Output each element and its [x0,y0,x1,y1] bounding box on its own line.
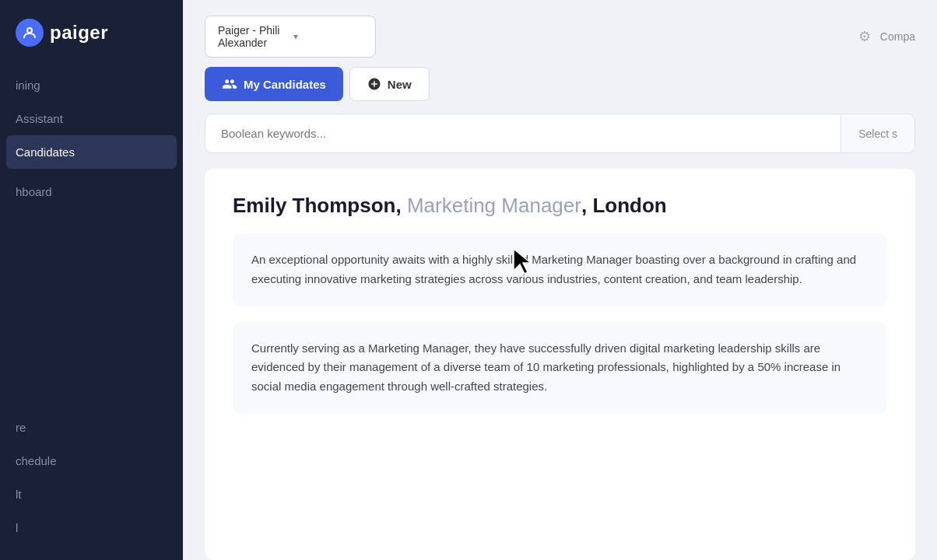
tab-new[interactable]: New [349,67,430,101]
svg-point-1 [28,29,31,32]
topbar-right: ⚙ Compa [858,28,915,45]
gear-icon[interactable]: ⚙ [858,28,871,45]
tab-my-candidates-label: My Candidates [244,78,326,91]
l-label: l [16,521,18,534]
candidates-label: Candidates [16,145,75,159]
description-text-1: An exceptional opportunity awaits with a… [251,250,869,289]
tab-my-candidates[interactable]: My Candidates [205,67,343,101]
search-input[interactable] [205,114,840,152]
sidebar-item-ult[interactable]: lt [0,478,183,511]
training-label: ining [16,79,40,92]
assistant-label: Assistant [16,112,63,125]
candidate-name: Emily Thompson [233,194,395,217]
candidate-location: London [592,194,666,217]
tab-new-label: New [388,78,412,91]
candidate-title: Emily Thompson, Marketing Manager, Londo… [233,194,887,218]
topbar: Paiger - Phili Alexander ▾ ⚙ Compa [183,0,937,67]
sidebar-item-schedule[interactable]: chedule [0,444,183,478]
group-icon [222,76,237,92]
schedule-label: chedule [16,454,57,467]
hire-label: re [16,421,26,434]
tabbar: My Candidates New [183,67,937,114]
comma-separator: , [395,194,406,217]
logo-text: paiger [50,22,108,44]
logo-icon [16,19,44,47]
sidebar-item-dashboard[interactable]: hboard [0,175,183,208]
logo-container: paiger [0,0,183,68]
candidate-description-2: Currently serving as a Marketing Manager… [233,322,887,414]
content-area: Emily Thompson, Marketing Manager, Londo… [205,169,915,560]
description-text-2: Currently serving as a Marketing Manager… [251,339,869,397]
sidebar-item-training[interactable]: ining [0,68,183,102]
workspace-label: Paiger - Phili Alexander [218,24,287,49]
comma-2: , [581,194,592,217]
select-label: Select s [858,128,897,140]
sidebar-item-assistant[interactable]: Assistant [0,102,183,135]
candidate-description-1: An exceptional opportunity awaits with a… [233,233,887,306]
sidebar-bottom: re chedule lt l [0,411,183,560]
sidebar-item-l[interactable]: l [0,511,183,544]
sidebar-item-hire[interactable]: re [0,411,183,444]
dashboard-label: hboard [16,185,52,198]
company-label: Compa [880,30,915,43]
ult-label: lt [16,488,22,501]
workspace-selector[interactable]: Paiger - Phili Alexander ▾ [205,16,376,58]
sidebar-navigation: ining Assistant Candidates hboard re che… [0,68,183,560]
select-button[interactable]: Select s [840,115,914,152]
sidebar-item-candidates[interactable]: Candidates [6,135,177,169]
chevron-down-icon: ▾ [293,31,363,42]
search-container: Select s [205,114,915,153]
add-circle-icon [367,77,381,91]
candidate-job-title: Marketing Manager [407,194,581,217]
sidebar: paiger ining Assistant Candidates hboard… [0,0,183,560]
main-content: Paiger - Phili Alexander ▾ ⚙ Compa My Ca… [183,0,937,560]
